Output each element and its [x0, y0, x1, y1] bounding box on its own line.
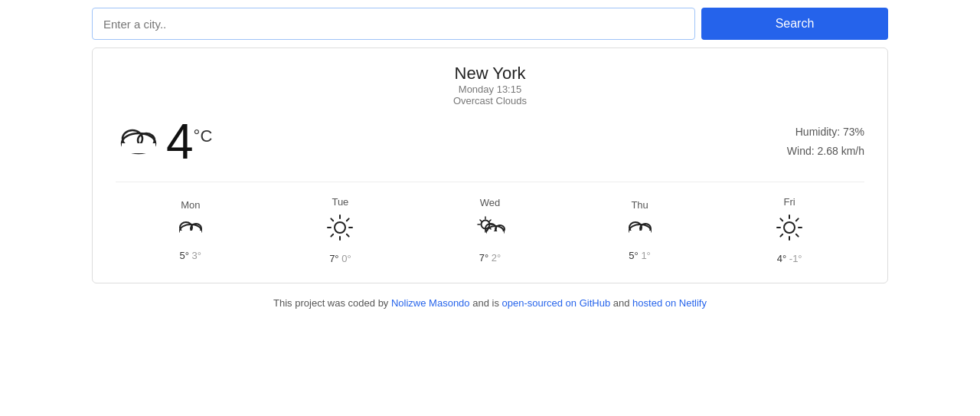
temperature-value: 4°C — [166, 117, 212, 166]
footer: This project was coded by Nolizwe Masond… — [273, 297, 707, 309]
city-name: New York — [116, 64, 864, 84]
current-weather-icon — [116, 122, 162, 162]
temp-unit: °C — [194, 126, 213, 146]
svg-line-15 — [347, 218, 349, 221]
footer-github-link[interactable]: open-sourced on GitHub — [502, 297, 611, 309]
city-header: New York Monday 13:15 Overcast Clouds — [116, 64, 864, 106]
forecast-day-label: Mon — [181, 199, 200, 211]
forecast-day-icon — [626, 217, 655, 244]
svg-line-38 — [781, 218, 783, 221]
footer-text-before: This project was coded by — [273, 297, 391, 309]
forecast-low: -1° — [789, 253, 802, 264]
svg-line-24 — [489, 220, 491, 221]
city-condition: Overcast Clouds — [116, 95, 864, 106]
forecast-day-label: Fri — [784, 196, 795, 208]
temp-icon-group: 4°C — [116, 117, 212, 166]
humidity-wind: Humidity: 73% Wind: 2.68 km/h — [787, 123, 864, 161]
forecast-row: Mon 5° 3°Tue 7° 0°Wed — [116, 182, 864, 264]
forecast-day-label: Wed — [480, 197, 501, 208]
svg-line-40 — [796, 218, 799, 221]
forecast-day-icon — [326, 214, 354, 247]
forecast-day-temps: 5° 3° — [180, 250, 202, 261]
forecast-day-temps: 4° -1° — [777, 253, 802, 264]
svg-line-14 — [347, 234, 349, 237]
forecast-high: 5° — [629, 250, 638, 261]
svg-line-41 — [781, 234, 783, 237]
current-weather: 4°C Humidity: 73% Wind: 2.68 km/h — [116, 117, 864, 166]
footer-netlify-link[interactable]: hosted on Netlify — [632, 297, 707, 309]
forecast-low: 1° — [641, 250, 650, 261]
forecast-day-icon — [776, 214, 803, 247]
forecast-high: 5° — [180, 250, 189, 261]
weather-card: New York Monday 13:15 Overcast Clouds 4°… — [92, 47, 888, 283]
svg-line-16 — [332, 234, 334, 237]
forecast-day: Wed 7° 2° — [459, 197, 521, 264]
search-input[interactable] — [92, 8, 695, 40]
search-section: Search — [92, 8, 888, 40]
forecast-day-temps: 5° 1° — [629, 250, 651, 261]
forecast-low: 0° — [341, 253, 351, 264]
wind-label: Wind: 2.68 km/h — [787, 142, 864, 161]
svg-line-22 — [480, 220, 482, 221]
svg-line-39 — [796, 234, 799, 237]
humidity-label: Humidity: 73% — [787, 123, 864, 142]
forecast-day: Mon 5° 3° — [160, 199, 221, 261]
svg-point-33 — [784, 222, 795, 233]
footer-text-and: and — [610, 297, 632, 309]
forecast-low: 2° — [492, 252, 501, 264]
forecast-high: 7° — [479, 252, 488, 264]
forecast-low: 3° — [192, 250, 201, 261]
svg-rect-3 — [122, 143, 155, 153]
forecast-day-temps: 7° 0° — [329, 253, 351, 264]
city-datetime: Monday 13:15 — [116, 84, 864, 95]
svg-rect-32 — [629, 231, 651, 237]
footer-text-middle: and is — [470, 297, 502, 309]
app-wrapper: Search New York Monday 13:15 Overcast Cl… — [0, 0, 980, 309]
forecast-day: Tue 7° 0° — [309, 196, 371, 264]
forecast-day-temps: 7° 2° — [479, 252, 501, 264]
forecast-day-label: Thu — [631, 199, 648, 211]
svg-point-8 — [335, 222, 345, 233]
forecast-day: Thu 5° 1° — [609, 199, 671, 261]
forecast-high: 4° — [777, 253, 786, 264]
forecast-day: Fri 4° -1° — [759, 196, 820, 264]
search-button[interactable]: Search — [701, 8, 888, 40]
forecast-day-label: Tue — [332, 196, 348, 208]
forecast-high: 7° — [329, 253, 338, 264]
svg-line-13 — [332, 218, 334, 221]
svg-rect-28 — [487, 231, 504, 237]
footer-author-link[interactable]: Nolizwe Masondo — [391, 297, 470, 309]
forecast-day-icon — [475, 215, 505, 246]
svg-rect-7 — [180, 231, 201, 237]
forecast-day-icon — [176, 217, 205, 244]
